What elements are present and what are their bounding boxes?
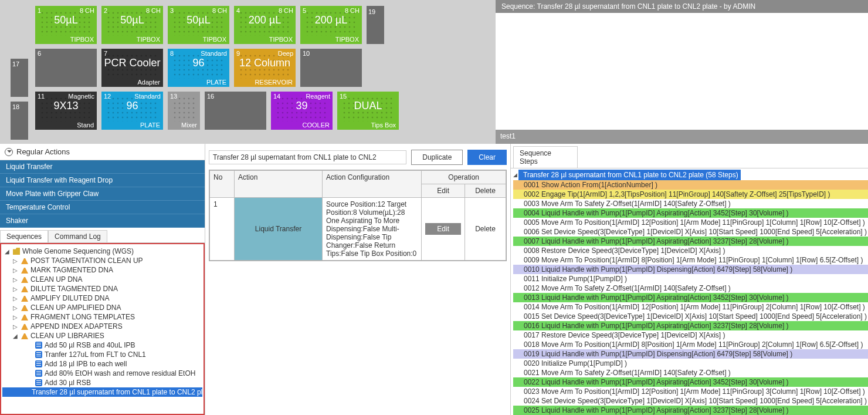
sequence-step[interactable]: 0012 Move Arm To Safety Z-Offset(1[ArmID…	[513, 284, 868, 293]
deck-slot-10[interactable]: 10	[300, 49, 362, 87]
col-config: Action Configuration	[323, 171, 422, 198]
tree-item[interactable]: ▷AMPLIFY DILUTED DNA	[2, 293, 202, 303]
clear-button[interactable]: Clear	[467, 150, 507, 165]
deck-slot-13[interactable]: 13Mixer	[168, 92, 200, 130]
flask-icon	[21, 276, 28, 283]
deck-slot-18[interactable]: 18	[11, 102, 28, 140]
flask-icon	[21, 257, 28, 264]
sequence-step[interactable]: 0009 Move Arm To Position(1[ArmID] 8[Pos…	[513, 255, 868, 265]
regular-action-item[interactable]: Shaker	[0, 214, 205, 228]
tree-item[interactable]: Add 50 µl RSB and 40uL IPB	[2, 340, 202, 350]
tab-sequences[interactable]: Sequences	[0, 230, 48, 242]
sequence-icon	[35, 342, 42, 349]
actions-grid: No Action Action Configuration Operation…	[209, 170, 507, 261]
expand-icon[interactable]: ◢	[513, 172, 517, 178]
tree-item[interactable]: ▷MARK TAGMENTED DNA	[2, 265, 202, 275]
sequence-name-field[interactable]: Transfer 28 µl supernatant from CNL1 pla…	[209, 150, 406, 164]
deck-slot-15[interactable]: 15DUALTips Box	[337, 92, 399, 130]
deck-slot-3[interactable]: 38 CH50µLTIPBOX	[168, 6, 229, 44]
sequence-step[interactable]: 0013 Liquid Handle with Pump(1[PumpID] A…	[513, 293, 868, 302]
sequence-tree[interactable]: ◢Whole Genome Sequencing (WGS)▷POST TAGM…	[0, 243, 205, 415]
tree-item[interactable]: ▷FRAGMENT LONG TEMPLATES	[2, 312, 202, 322]
deck-slot-1[interactable]: 18 CH50µLTIPBOX	[35, 6, 97, 44]
sequence-step[interactable]: 0002 Engage Tip(1[ArmID] 1,2,3[TipsPosit…	[513, 190, 868, 199]
sequence-icon	[35, 370, 42, 377]
flask-icon	[21, 313, 28, 320]
edit-button[interactable]: Edit	[425, 223, 461, 235]
sequence-step[interactable]: 0005 Move Arm To Position(1[ArmID] 12[Po…	[513, 218, 868, 227]
tab-sequence-steps[interactable]: Sequence Steps	[513, 146, 578, 168]
tree-item[interactable]: ▷CLEAN UP AMPLIFIED DNA	[2, 303, 202, 312]
tab-command-log[interactable]: Command Log	[48, 230, 107, 242]
sequence-icon	[35, 379, 42, 386]
steps-root[interactable]: Transfer 28 µl supernatant from CNL1 pla…	[518, 170, 741, 180]
sequence-step[interactable]: 0004 Liquid Handle with Pump(1[PumpID] A…	[513, 208, 868, 218]
sequence-step[interactable]: 0010 Liquid Handle with Pump(1[PumpID] D…	[513, 265, 868, 274]
tree-item[interactable]: ▷CLEAN UP DNA	[2, 275, 202, 284]
sequence-step[interactable]: 0003 Move Arm To Safety Z-Offset(1[ArmID…	[513, 199, 868, 208]
flask-icon	[21, 295, 28, 302]
cell-no: 1	[210, 198, 235, 261]
sequence-step[interactable]: 0025 Liquid Handle with Pump(1[PumpID] A…	[513, 406, 868, 415]
tree-item[interactable]: ▷DILUTE TAGMENTED DNA	[2, 284, 202, 293]
tree-item[interactable]: Add 30 µl RSB	[2, 378, 202, 387]
sequence-step[interactable]: 0008 Restore Device Speed(3[DeviceType] …	[513, 246, 868, 255]
deck-slot-12[interactable]: 12Standard96PLATE	[101, 92, 163, 130]
cell-action[interactable]: Liquid Transfer	[235, 198, 323, 261]
tree-item[interactable]: ◢CLEAN UP LIBRARIES	[2, 331, 202, 340]
deck-slot-7[interactable]: 7PCR CoolerAdapter	[101, 49, 163, 87]
tree-item[interactable]: Add 18 µl IPB to each well	[2, 359, 202, 369]
col-operation: Operation	[422, 171, 506, 184]
deck-slot-6[interactable]: 6	[35, 49, 97, 87]
deck-slot-8[interactable]: 8Standard96PLATE	[168, 49, 229, 87]
duplicate-button[interactable]: Duplicate	[411, 150, 463, 165]
regular-action-item[interactable]: Liquid Transfer with Reagent Drop	[0, 174, 205, 187]
sequence-step[interactable]: 0007 Liquid Handle with Pump(1[PumpID] A…	[513, 237, 868, 246]
sequence-icon	[35, 351, 42, 358]
sequence-step[interactable]: 0024 Set Device Speed(3[DeviceType] 1[De…	[513, 396, 868, 406]
tree-item[interactable]: Tranfer 127uL from FLT to CNL1	[2, 350, 202, 359]
deck-slot-9[interactable]: 9Deep12 ColumnRESERVOIR	[234, 49, 296, 87]
sequence-steps-panel[interactable]: ◢ Transfer 28 µl supernatant from CNL1 p…	[511, 168, 868, 415]
sequence-step[interactable]: 0022 Liquid Handle with Pump(1[PumpID] A…	[513, 377, 868, 387]
tree-item[interactable]: Add 80% EtOH wash and remove residual Et…	[2, 369, 202, 378]
tree-item[interactable]: ▷POST TAGMENTATION CLEAN UP	[2, 256, 202, 265]
deck-slot-16[interactable]: 16	[205, 92, 266, 130]
deck-slot-4[interactable]: 48 CH200 µLTIPBOX	[234, 6, 296, 44]
sequence-step[interactable]: 0020 Initialize Pump(1[PumpID] )	[513, 359, 868, 368]
sequence-step[interactable]: 0016 Liquid Handle with Pump(1[PumpID] A…	[513, 321, 868, 330]
sequence-title-bar: Sequence: Transfer 28 µl supernatant fro…	[496, 0, 868, 13]
tree-item[interactable]: ◢Whole Genome Sequencing (WGS)	[2, 247, 202, 256]
sequence-step[interactable]: 0014 Move Arm To Position(1[ArmID] 12[Po…	[513, 302, 868, 312]
deck-slot-11[interactable]: 11Magnetic9X13Stand	[35, 92, 97, 130]
sequence-step[interactable]: 0015 Set Device Speed(3[DeviceType] 1[De…	[513, 312, 868, 321]
col-action: Action	[235, 171, 323, 198]
regular-action-item[interactable]: Move Plate with Gripper Claw	[0, 187, 205, 201]
sequence-step[interactable]: 0021 Move Arm To Safety Z-Offset(1[ArmID…	[513, 368, 868, 377]
tree-item[interactable]: Transfer 28 µl supernatant from CNL1 pla…	[2, 387, 202, 397]
regular-actions-header[interactable]: Regular Actions	[0, 144, 205, 160]
cell-config: Source Position:12 Target Position:8 Vol…	[323, 198, 422, 261]
sequence-step[interactable]: 0006 Set Device Speed(3[DeviceType] 1[De…	[513, 227, 868, 237]
sequence-step[interactable]: 0023 Move Arm To Position(1[ArmID] 12[Po…	[513, 387, 868, 396]
deck-slot-19[interactable]: 19	[367, 6, 384, 44]
regular-action-item[interactable]: Temperature Control	[0, 201, 205, 214]
deck-slot-17[interactable]: 17	[11, 59, 28, 97]
deck-slot-2[interactable]: 28 CH50µLTIPBOX	[101, 6, 163, 44]
sequence-step[interactable]: 0011 Initialize Pump(1[PumpID] )	[513, 274, 868, 284]
tree-item[interactable]: ▷APPEND INDEX ADAPTERS	[2, 322, 202, 331]
sequence-step[interactable]: 0001 Show Action From(1[ActionNumber] )	[513, 180, 868, 190]
col-delete: Delete	[465, 184, 506, 198]
deck-slot-5[interactable]: 58 CH200 µLTIPBOX	[300, 6, 362, 44]
deck-slot-14[interactable]: 14Reagent39COOLER	[271, 92, 333, 130]
sequence-step[interactable]: 0018 Move Arm To Position(1[ArmID] 8[Pos…	[513, 340, 868, 349]
sequence-step[interactable]: 0017 Restore Device Speed(3[DeviceType] …	[513, 330, 868, 340]
folder-icon	[13, 248, 20, 255]
flask-icon	[21, 332, 28, 339]
delete-button[interactable]: Delete	[465, 198, 506, 261]
regular-action-item[interactable]: Liquid Transfer	[0, 160, 205, 174]
flask-icon	[21, 304, 28, 311]
col-no: No	[210, 171, 235, 198]
regular-actions-list: Liquid TransferLiquid Transfer with Reag…	[0, 160, 205, 228]
sequence-step[interactable]: 0019 Liquid Handle with Pump(1[PumpID] D…	[513, 349, 868, 359]
